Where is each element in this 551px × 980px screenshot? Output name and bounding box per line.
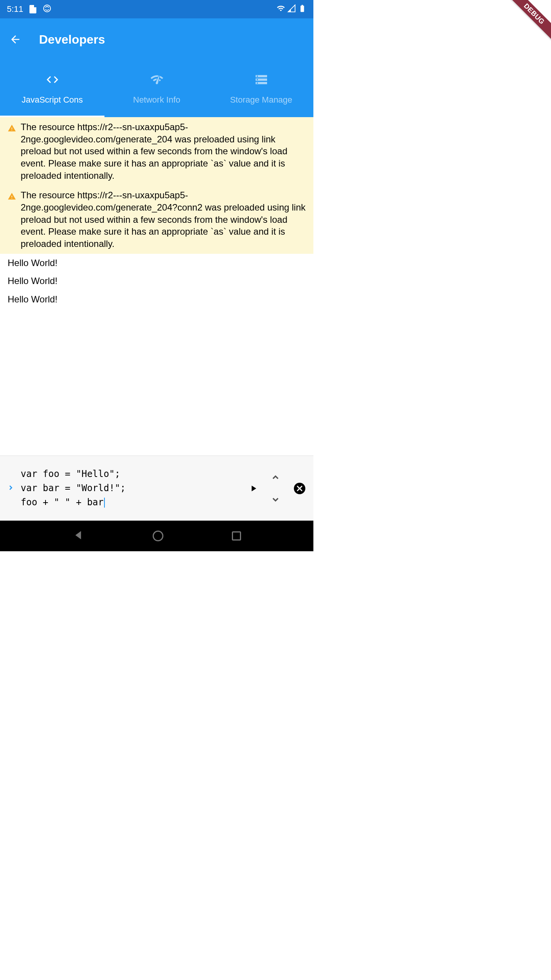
tab-storage-manager[interactable]: Storage Manage [209,60,313,117]
tab-label: Storage Manage [228,95,294,105]
sync-disabled-icon [42,4,52,15]
warning-triangle-icon [8,123,16,136]
status-bar: 5:11 [0,0,313,18]
tab-javascript-console[interactable]: JavaScript Cons [0,60,104,117]
console-log-info: Hello World! [0,272,313,290]
app-bar: Developers [0,18,313,60]
nav-back-button[interactable] [72,529,85,543]
svg-point-0 [44,5,51,12]
clear-input-button[interactable] [293,482,306,495]
nav-home-button[interactable] [153,531,163,541]
wifi-icon [277,4,285,14]
history-prev-button[interactable] [271,472,280,482]
nav-recents-button[interactable] [232,531,241,541]
console-input[interactable]: var foo = "Hello"; var bar = "World!"; f… [21,467,242,510]
console-log-warning: The resource https://r2---sn-uxaxpu5ap5-… [0,185,313,253]
system-nav-bar [0,521,313,551]
tab-bar: JavaScript Cons Network Info Storage Man… [0,60,313,117]
signal-muted-icon [287,4,296,14]
history-next-button[interactable] [271,495,280,505]
prompt-chevron-icon [7,484,15,493]
battery-full-icon [298,4,306,14]
code-icon [46,73,59,88]
text-cursor [104,498,105,508]
log-message: The resource https://r2---sn-uxaxpu5ap5-… [21,121,306,181]
warning-triangle-icon [8,191,16,204]
tab-network-info[interactable]: Network Info [104,60,209,117]
back-button[interactable] [8,32,23,47]
console-output[interactable]: The resource https://r2---sn-uxaxpu5ap5-… [0,117,313,456]
sd-card-icon [29,5,36,13]
console-input-bar: var foo = "Hello"; var bar = "World!"; f… [0,456,313,521]
log-message: The resource https://r2---sn-uxaxpu5ap5-… [21,189,306,250]
storage-icon [254,73,268,88]
network-speed-icon [150,73,164,88]
console-log-warning: The resource https://r2---sn-uxaxpu5ap5-… [0,117,313,185]
run-button[interactable] [248,483,258,493]
status-time: 5:11 [7,4,23,14]
tab-label: Network Info [132,95,182,105]
console-log-info: Hello World! [0,254,313,272]
page-title: Developers [39,33,105,47]
input-text: var foo = "Hello"; var bar = "World!"; f… [21,469,126,508]
tab-label: JavaScript Cons [20,95,84,105]
console-log-info: Hello World! [0,290,313,309]
